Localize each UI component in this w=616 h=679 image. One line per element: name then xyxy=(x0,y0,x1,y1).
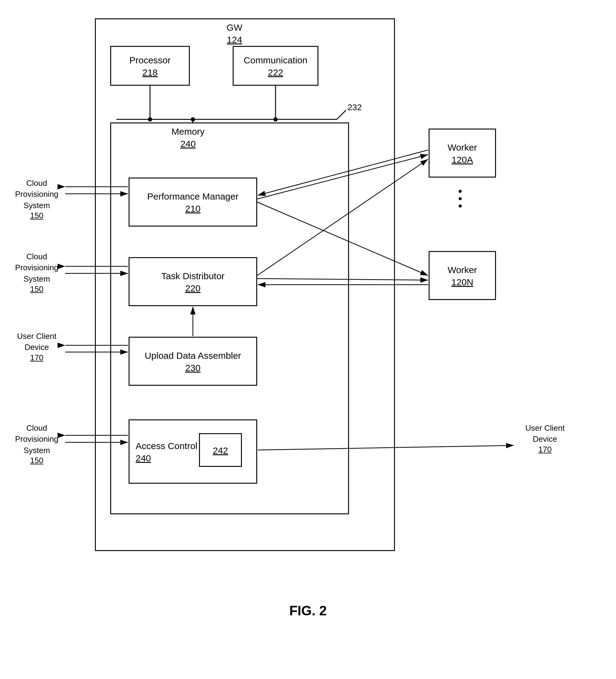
user-client-right: User Client Device 170 xyxy=(514,422,576,454)
task-distributor-box: Task Distributor 220 xyxy=(129,257,257,306)
fig-label: FIG. 2 xyxy=(289,603,327,618)
performance-manager-box: Performance Manager 210 xyxy=(129,177,257,227)
gw-label: GW 124 xyxy=(227,22,242,45)
access-inner-box: 242 xyxy=(199,433,242,467)
dot-1 xyxy=(459,190,462,193)
worker-a-box: Worker 120A xyxy=(429,129,496,177)
diagram-container: GW 124 Processor 218 Communication 222 2… xyxy=(0,0,616,643)
upload-assembler-box: Upload Data Assembler 230 xyxy=(129,337,257,386)
dot-3 xyxy=(459,204,462,207)
dot-2 xyxy=(459,197,462,200)
cloud-prov-1: Cloud Provisioning System 150 xyxy=(9,177,64,220)
cloud-prov-2: Cloud Provisioning System 150 xyxy=(9,251,64,294)
processor-box: Processor 218 xyxy=(110,46,190,86)
cloud-prov-3: Cloud Provisioning System 150 xyxy=(9,422,64,465)
worker-n-box: Worker 120N xyxy=(429,251,496,300)
memory-label: Memory 240 xyxy=(171,126,204,149)
communication-box: Communication 222 xyxy=(233,46,318,86)
user-client-left: User Client Device 170 xyxy=(9,331,64,362)
bus-label: 232 xyxy=(348,102,362,112)
worker-dots xyxy=(459,190,462,207)
